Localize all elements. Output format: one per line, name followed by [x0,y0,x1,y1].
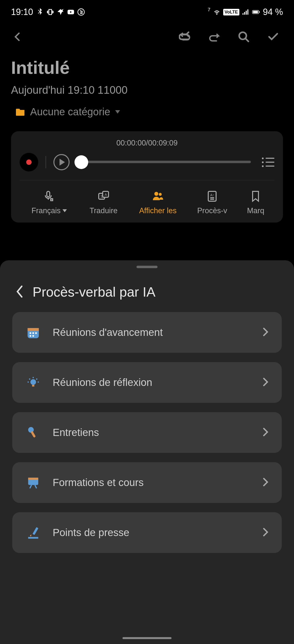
signal-icon [242,8,250,16]
option-progress-meetings[interactable]: Réunions d'avancement [12,312,282,353]
svg-rect-3 [243,13,244,14]
sheet-header: Procès-verbal par IA [0,282,294,312]
category-selector[interactable]: Aucune catégorie [11,104,283,120]
sheet-back-button[interactable] [15,285,24,299]
redo-button[interactable] [208,31,221,44]
youtube-icon [67,8,75,16]
svg-rect-5 [246,11,247,15]
bottom-sheet: Procès-verbal par IA Réunions d'avanceme… [0,260,294,644]
record-dot-icon [26,160,32,165]
note-subtitle: Aujourd'hui 19:10 11000 [11,84,283,96]
confirm-button[interactable] [267,31,279,44]
svg-line-40 [30,485,31,488]
lightbulb-icon [26,375,40,390]
volte-badge: VoLTE [223,9,239,16]
microphone-icon [26,425,40,440]
svg-rect-42 [32,527,38,535]
bookmark-tool[interactable]: Marq [239,190,272,215]
svg-rect-30 [32,385,34,386]
svg-point-24 [29,332,31,334]
show-people-tool[interactable]: Afficher les [131,190,185,215]
home-indicator[interactable] [123,637,171,639]
chevron-left-icon [15,285,24,298]
slider-knob[interactable] [74,155,88,169]
back-button[interactable] [12,32,23,43]
chevron-right-icon [263,378,268,388]
sheet-drag-handle[interactable] [137,266,157,268]
option-label: Formations et cours [53,477,251,488]
vibrate-icon [46,8,54,16]
svg-text:A: A [51,198,53,201]
svg-point-28 [32,335,34,336]
svg-point-26 [35,332,37,334]
svg-line-35 [36,378,37,379]
progress-slider[interactable] [77,161,251,164]
presentation-board-icon [26,475,40,490]
document-ai-icon: A↑ [206,190,218,202]
svg-point-29 [30,379,36,385]
option-label: Réunions d'avancement [53,326,251,338]
play-button[interactable] [53,154,70,170]
audio-toolbar: A Français 文A Traduire Afficher les A↑ P… [20,180,274,215]
svg-point-25 [32,332,34,334]
svg-point-16 [154,192,158,196]
bookmark-icon [249,190,262,202]
svg-rect-0 [49,9,52,14]
record-button[interactable] [20,153,38,172]
option-brainstorming-meetings[interactable]: Réunions de réflexion [12,362,282,403]
dropdown-triangle-icon [115,110,120,114]
sheet-title: Procès-verbal par IA [33,284,155,300]
option-label: Points de presse [53,527,251,538]
svg-rect-8 [253,11,258,13]
chevron-right-icon [263,428,268,438]
vertical-divider [46,156,46,168]
search-button[interactable] [238,31,250,44]
location-icon [57,8,64,16]
minutes-tool[interactable]: A↑ Procès-v [185,190,239,215]
option-label: Réunions de réflexion [53,376,251,388]
list-button[interactable] [262,158,274,167]
status-bar: 19:10 7 VoLTE 94 % [0,0,294,22]
pen-line-icon [26,525,40,540]
svg-rect-23 [27,328,39,331]
option-interviews[interactable]: Entretiens [12,412,282,453]
svg-line-34 [29,378,30,379]
svg-text:A: A [105,192,107,196]
redo-icon [208,31,221,43]
note-title[interactable]: Intitulé [11,58,283,78]
svg-point-17 [159,193,162,196]
translate-icon: 文A [98,190,110,202]
audio-player-card: 00:00:00/00:09:09 A Français 文A [11,131,283,222]
svg-point-27 [29,335,31,336]
microphone-language-icon: A [43,190,55,202]
svg-text:文: 文 [100,194,104,198]
language-tool[interactable]: A Français [22,190,76,215]
calendar-icon [26,325,40,340]
chevron-right-icon [263,328,268,337]
svg-text:A↑: A↑ [210,193,214,197]
battery-percent: 94 % [263,7,283,17]
search-icon [238,31,250,43]
svg-rect-4 [244,12,245,15]
check-icon [267,31,279,43]
svg-rect-9 [259,11,260,13]
chevron-right-icon [263,478,268,488]
translate-tool[interactable]: 文A Traduire [76,190,131,215]
svg-rect-6 [247,9,248,14]
svg-line-41 [35,485,36,488]
dropdown-triangle-icon [62,209,67,212]
option-press-briefings[interactable]: Points de presse [12,512,282,553]
people-icon [152,190,164,202]
wifi-icon [213,8,221,16]
option-label: Entretiens [53,427,251,438]
option-training-courses[interactable]: Formations et cours [12,462,282,503]
player-timestamp: 00:00:00/00:09:09 [20,138,274,148]
category-label: Aucune catégorie [30,106,110,118]
chevron-right-icon [263,528,268,538]
undo-button[interactable] [179,31,191,44]
svg-rect-37 [30,431,36,438]
note-header: Intitulé Aujourd'hui 19:10 11000 Aucune … [0,52,294,128]
battery-icon [252,8,260,16]
status-time: 19:10 [11,7,33,17]
chevron-left-icon [12,32,23,42]
